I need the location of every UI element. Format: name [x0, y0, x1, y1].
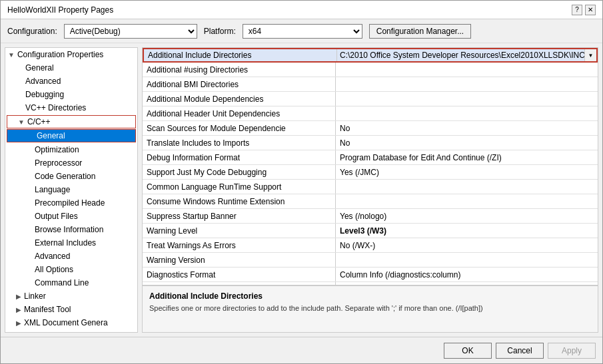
prop-name-diagnostics-fmt: Diagnostics Format	[143, 268, 336, 281]
prop-name-support-jmc: Support Just My Code Debugging	[143, 165, 336, 179]
dialog-title: HelloWorldXII Property Pages	[7, 5, 113, 15]
browse-info-arrow: ▶	[16, 333, 21, 333]
tree-item-cpp-preprocessor[interactable]: Preprocessor	[5, 156, 137, 170]
title-bar-controls: ? ✕	[572, 5, 596, 15]
prop-value-warning-level: Level3 (/W3)	[336, 224, 598, 238]
prop-name-add-module-deps: Additional Module Dependencies	[143, 92, 336, 106]
prop-row-add-module-deps[interactable]: Additional Module Dependencies	[143, 92, 598, 106]
tree-item-manifest[interactable]: ▶Manifest Tool	[5, 303, 137, 316]
prop-row-warning-level[interactable]: Warning LevelLevel3 (/W3)	[143, 224, 598, 238]
tree-item-general[interactable]: General	[5, 61, 137, 75]
cancel-button[interactable]: Cancel	[496, 343, 544, 359]
apply-button[interactable]: Apply	[548, 343, 596, 359]
main-content: ▼Configuration PropertiesGeneralAdvanced…	[1, 43, 602, 337]
tree-panel: ▼Configuration PropertiesGeneralAdvanced…	[5, 47, 138, 333]
browse-info-label: Browse Information	[24, 331, 93, 333]
prop-value-suppress-startup: Yes (/nologo)	[336, 209, 598, 223]
config-manager-button[interactable]: Configuration Manager...	[369, 24, 471, 39]
platform-select[interactable]: x64	[243, 24, 362, 39]
tree-item-cpp-cmdline[interactable]: Command Line	[5, 276, 137, 289]
config-props-arrow: ▼	[8, 51, 15, 59]
properties-panel: Additional Include DirectoriesC:\2010 Of…	[142, 47, 598, 333]
xml-docgen-arrow: ▶	[16, 319, 21, 327]
prop-row-translate-includes[interactable]: Translate Includes to ImportsNo	[143, 136, 598, 150]
prop-row-diagnostics-fmt[interactable]: Diagnostics FormatColumn Info (/diagnost…	[143, 268, 598, 282]
cpp-extinc-label: External Includes	[35, 238, 96, 248]
tree-item-cpp-codegen[interactable]: Code Generation	[5, 170, 137, 183]
prop-row-treat-warnings[interactable]: Treat Warnings As ErrorsNo (/WX-)	[143, 238, 598, 253]
prop-name-add-inc-dirs: Additional Include Directories	[144, 49, 337, 61]
cpp-preprocessor-label: Preprocessor	[35, 158, 82, 168]
prop-value-debug-info-fmt: Program Database for Edit And Continue (…	[336, 150, 598, 164]
prop-row-add-using-dirs[interactable]: Additional #using Directories	[143, 63, 598, 77]
platform-label: Platform:	[204, 27, 236, 36]
vcpp-dirs-label: VC++ Directories	[25, 103, 86, 112]
tree-item-cpp-extinc[interactable]: External Includes	[5, 236, 137, 250]
prop-name-add-using-dirs: Additional #using Directories	[143, 63, 336, 77]
prop-row-warning-version[interactable]: Warning Version	[143, 253, 598, 268]
manifest-arrow: ▶	[16, 306, 21, 313]
tree-item-browse-info[interactable]: ▶Browse Information	[5, 329, 137, 333]
prop-name-common-lang-rt: Common Language RunTime Support	[143, 180, 336, 194]
general-label: General	[25, 63, 54, 73]
prop-value-text-add-inc-dirs: C:\2010 Office System Developer Resource…	[337, 51, 584, 60]
prop-value-warning-version	[336, 253, 598, 267]
cpp-advanced-label: Advanced	[35, 252, 70, 261]
prop-row-support-jmc[interactable]: Support Just My Code DebuggingYes (/JMC)	[143, 165, 598, 180]
prop-name-scan-sources: Scan Sources for Module Dependencie	[143, 121, 336, 135]
prop-name-debug-info-fmt: Debug Information Format	[143, 150, 336, 164]
cpp-output-label: Output Files	[35, 212, 78, 221]
description-panel: Additional Include Directories Specifies…	[143, 285, 598, 332]
prop-row-consume-winrt[interactable]: Consume Windows Runtime Extension	[143, 194, 598, 209]
prop-name-warning-level: Warning Level	[143, 224, 336, 238]
linker-label: Linker	[24, 291, 46, 301]
title-bar: HelloWorldXII Property Pages ? ✕	[1, 1, 602, 19]
config-label: Configuration:	[7, 27, 57, 36]
prop-value-add-using-dirs	[336, 63, 598, 77]
prop-row-add-inc-dirs[interactable]: Additional Include DirectoriesC:\2010 Of…	[143, 48, 598, 63]
tree-item-cpp[interactable]: ▼C/C++	[7, 115, 136, 128]
prop-row-common-lang-rt[interactable]: Common Language RunTime Support	[143, 180, 598, 194]
prop-row-suppress-startup[interactable]: Suppress Startup BannerYes (/nologo)	[143, 209, 598, 224]
cpp-arrow: ▼	[18, 118, 25, 126]
tree-item-cpp-browse[interactable]: Browse Information	[5, 223, 137, 236]
ok-button[interactable]: OK	[444, 343, 492, 359]
cpp-language-label: Language	[35, 185, 70, 194]
prop-dropdown-btn-add-inc-dirs[interactable]: ▼	[584, 49, 596, 61]
prop-row-add-hdr-unit-deps[interactable]: Additional Header Unit Dependencies	[143, 106, 598, 121]
config-props-label: Configuration Properties	[17, 50, 103, 59]
tree-item-cpp-general[interactable]: General	[7, 129, 136, 142]
tree-item-debugging[interactable]: Debugging	[5, 88, 137, 101]
advanced-label: Advanced	[25, 77, 61, 86]
tree-item-linker[interactable]: ▶Linker	[5, 289, 137, 303]
tree-item-cpp-precomp[interactable]: Precompiled Heade	[5, 196, 137, 210]
prop-value-treat-warnings: No (/WX-)	[336, 238, 598, 252]
configuration-select[interactable]: Active(Debug)	[64, 24, 197, 39]
prop-value-add-module-deps	[336, 92, 598, 106]
prop-name-treat-warnings: Treat Warnings As Errors	[143, 238, 336, 252]
tree-item-cpp-advanced[interactable]: Advanced	[5, 250, 137, 263]
tree-item-xml-docgen[interactable]: ▶XML Document Genera	[5, 316, 137, 329]
prop-value-common-lang-rt	[336, 180, 598, 194]
prop-row-debug-info-fmt[interactable]: Debug Information FormatProgram Database…	[143, 150, 598, 165]
cpp-precomp-label: Precompiled Heade	[35, 198, 105, 208]
manifest-label: Manifest Tool	[24, 305, 71, 314]
close-button[interactable]: ✕	[585, 5, 596, 15]
desc-title: Additional Include Directories	[149, 291, 591, 301]
prop-row-scan-sources[interactable]: Scan Sources for Module DependencieNo	[143, 121, 598, 136]
tree-item-cpp-allopts[interactable]: All Options	[5, 263, 137, 276]
tree-item-cpp-output[interactable]: Output Files	[5, 210, 137, 223]
help-button[interactable]: ?	[572, 5, 582, 15]
tree-item-cpp-language[interactable]: Language	[5, 183, 137, 196]
tree-item-vcpp-dirs[interactable]: VC++ Directories	[5, 101, 137, 114]
tree-item-config-props[interactable]: ▼Configuration Properties	[5, 48, 137, 61]
cpp-browse-label: Browse Information	[35, 225, 103, 234]
tree-item-advanced[interactable]: Advanced	[5, 75, 137, 88]
prop-name-add-bmi-dirs: Additional BMI Directories	[143, 77, 336, 91]
prop-row-add-bmi-dirs[interactable]: Additional BMI Directories	[143, 77, 598, 92]
tree-item-cpp-optimization[interactable]: Optimization	[5, 143, 137, 156]
cpp-label: C/C++	[27, 117, 51, 126]
xml-docgen-label: XML Document Genera	[24, 318, 108, 327]
prop-name-add-hdr-unit-deps: Additional Header Unit Dependencies	[143, 106, 336, 120]
prop-value-scan-sources: No	[336, 121, 598, 135]
